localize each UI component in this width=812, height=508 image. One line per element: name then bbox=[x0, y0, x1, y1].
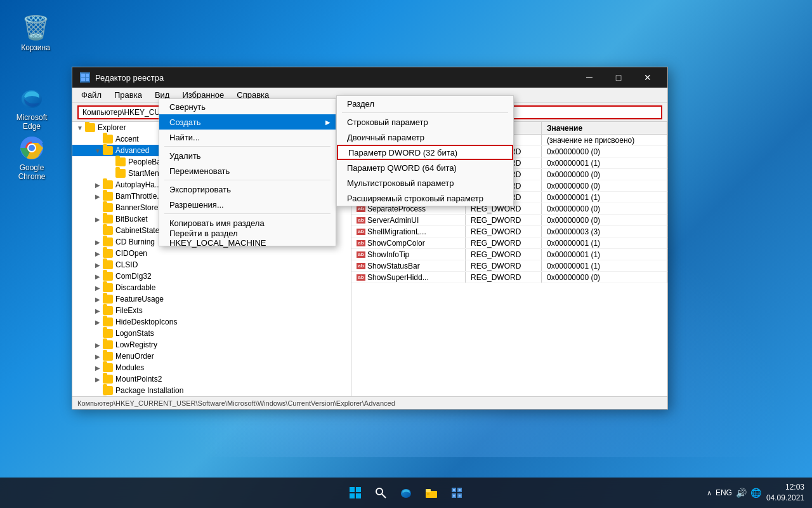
folder-icon bbox=[85, 123, 95, 132]
status-bar: Компьютер\HKEY_CURRENT_USER\Software\Mic… bbox=[72, 396, 667, 409]
ctx-permissions[interactable]: Разрешения... bbox=[159, 197, 336, 212]
svg-point-9 bbox=[376, 488, 383, 495]
menu-file[interactable]: Файл bbox=[75, 89, 108, 101]
value-row-showsuperhidden[interactable]: ab ShowSuperHidd... REG_DWORD 0x00000000… bbox=[351, 272, 667, 283]
folder-icon bbox=[103, 352, 113, 361]
folder-icon bbox=[103, 180, 113, 189]
desktop: 🗑️ Корзина Microsoft Edge bbox=[0, 0, 812, 508]
sub-ctx-section[interactable]: Раздел bbox=[337, 96, 513, 111]
svg-rect-13 bbox=[426, 489, 431, 492]
folder-icon bbox=[115, 157, 126, 166]
dword-icon: ab bbox=[357, 274, 365, 281]
maximize-button[interactable]: □ bbox=[604, 67, 633, 88]
dword-icon: ab bbox=[357, 217, 365, 224]
dword-icon: ab bbox=[357, 251, 365, 258]
expand-icon: ▼ bbox=[75, 123, 85, 133]
tree-item-lowregistry[interactable]: ▶ LowRegistry bbox=[72, 339, 351, 351]
svg-rect-19 bbox=[453, 489, 455, 491]
svg-line-10 bbox=[382, 494, 386, 498]
chrome-label: Google Chrome bbox=[11, 163, 52, 182]
ctx-collapse[interactable]: Свернуть bbox=[159, 99, 336, 114]
clock-date: 04.09.2021 bbox=[766, 493, 804, 504]
ctx-create[interactable]: Создать ▶ bbox=[159, 114, 336, 130]
tree-item-cidopen[interactable]: ▶ CIDOpen bbox=[72, 248, 351, 259]
value-row-showstatusbar[interactable]: ab ShowStatusBar REG_DWORD 0x00000001 (1… bbox=[351, 260, 667, 272]
dword-icon: ab bbox=[357, 240, 365, 246]
folder-icon bbox=[103, 226, 113, 235]
ctx-goto-hklm[interactable]: Перейти в раздел HKEY_LOCAL_MACHINE bbox=[159, 231, 336, 246]
recycle-bin-label: Корзина bbox=[21, 43, 50, 52]
desktop-icon-chrome[interactable]: Google Chrome bbox=[9, 133, 55, 184]
value-row-serveradmin[interactable]: ab ServerAdminUI REG_DWORD 0x00000000 (0… bbox=[351, 215, 667, 226]
svg-point-4 bbox=[29, 145, 35, 151]
sub-ctx-multistring[interactable]: Мультистроковый параметр bbox=[337, 175, 513, 190]
tree-item-fileexts[interactable]: ▶ FileExts bbox=[72, 305, 351, 316]
tree-item-featureusage[interactable]: ▶ FeatureUsage bbox=[72, 293, 351, 305]
value-row-shellmigration[interactable]: ab ShellMigrationL... REG_DWORD 0x000000… bbox=[351, 226, 667, 237]
folder-icon bbox=[103, 340, 113, 349]
tree-item-logonstats[interactable]: LogonStats bbox=[72, 328, 351, 339]
ctx-find[interactable]: Найти... bbox=[159, 130, 336, 145]
folder-icon bbox=[103, 272, 113, 281]
tree-item-comdlg32[interactable]: ▶ ComDlg32 bbox=[72, 271, 351, 282]
submenu-arrow-icon: ▶ bbox=[325, 119, 331, 126]
sub-ctx-string[interactable]: Строковый параметр bbox=[337, 114, 513, 130]
folder-icon bbox=[103, 260, 113, 269]
svg-rect-5 bbox=[350, 487, 355, 492]
ctx-rename[interactable]: Переименовать bbox=[159, 163, 336, 178]
folder-icon bbox=[103, 203, 113, 212]
svg-rect-8 bbox=[356, 493, 361, 498]
title-bar-controls: ─ □ ✕ bbox=[575, 67, 662, 88]
clock-time: 12:03 bbox=[766, 482, 804, 493]
close-button[interactable]: ✕ bbox=[633, 67, 662, 88]
folder-icon bbox=[103, 215, 113, 224]
svg-rect-20 bbox=[459, 489, 461, 491]
folder-icon bbox=[103, 363, 113, 372]
tree-item-modules[interactable]: ▶ Modules bbox=[72, 362, 351, 373]
taskbar-right: ∧ ENG 🔊 🌐 12:03 04.09.2021 bbox=[707, 482, 804, 504]
taskbar-edge[interactable] bbox=[395, 481, 417, 504]
desktop-icon-edge[interactable]: Microsoft Edge bbox=[9, 83, 55, 134]
title-bar-text: Редактор реестра bbox=[95, 73, 164, 83]
value-row-showinfotip[interactable]: ab ShowInfoTip REG_DWORD 0x00000001 (1) bbox=[351, 249, 667, 260]
speaker-icon[interactable]: 🔊 bbox=[736, 488, 747, 498]
folder-icon bbox=[115, 169, 126, 178]
folder-icon bbox=[103, 249, 113, 258]
folder-icon bbox=[103, 135, 113, 144]
tree-item-hidedesktopicons[interactable]: ▶ HideDesktopIcons bbox=[72, 316, 351, 328]
folder-icon bbox=[103, 306, 113, 315]
tray-chevron[interactable]: ∧ bbox=[707, 489, 712, 497]
tray-lang: ENG bbox=[716, 488, 732, 497]
ctx-separator-2 bbox=[164, 180, 331, 180]
ctx-export[interactable]: Экспортировать bbox=[159, 182, 336, 197]
title-bar-left: Редактор реестра bbox=[80, 72, 164, 83]
svg-rect-14 bbox=[427, 493, 429, 495]
tree-item-menuorder[interactable]: ▶ MenuOrder bbox=[72, 351, 351, 362]
desktop-icon-recycle-bin[interactable]: 🗑️ Корзина bbox=[13, 13, 58, 55]
ctx-separator-1 bbox=[164, 146, 331, 147]
taskbar-center bbox=[344, 481, 468, 504]
tree-item-packageinstall[interactable]: Package Installation bbox=[72, 385, 351, 396]
sub-ctx-binary[interactable]: Двоичный параметр bbox=[337, 130, 513, 145]
search-button[interactable] bbox=[369, 481, 392, 504]
minimize-button[interactable]: ─ bbox=[575, 67, 604, 88]
sub-ctx-dword32[interactable]: Параметр DWORD (32 бита) bbox=[337, 145, 513, 160]
svg-rect-22 bbox=[459, 495, 461, 497]
tree-item-discardable[interactable]: ▶ Discardable bbox=[72, 282, 351, 293]
menu-edit[interactable]: Правка bbox=[108, 89, 148, 101]
tree-item-mountpoints2[interactable]: ▶ MountPoints2 bbox=[72, 373, 351, 385]
start-button[interactable] bbox=[344, 481, 367, 504]
sub-ctx-expandstring[interactable]: Расширяемый строковый параметр bbox=[337, 190, 513, 206]
network-icon[interactable]: 🌐 bbox=[750, 488, 761, 498]
tree-item-clsid[interactable]: ▶ CLSID bbox=[72, 259, 351, 271]
sub-ctx-qword64[interactable]: Параметр QWORD (64 бита) bbox=[337, 160, 513, 175]
status-text: Компьютер\HKEY_CURRENT_USER\Software\Mic… bbox=[77, 399, 395, 407]
value-row-showcompcolor[interactable]: ab ShowCompColor REG_DWORD 0x00000001 (1… bbox=[351, 237, 667, 249]
taskbar-explorer[interactable] bbox=[420, 481, 443, 504]
clock[interactable]: 12:03 04.09.2021 bbox=[766, 482, 804, 504]
taskbar-regedit[interactable] bbox=[445, 481, 468, 504]
ctx-delete[interactable]: Удалить bbox=[159, 148, 336, 163]
taskbar: ∧ ENG 🔊 🌐 12:03 04.09.2021 bbox=[0, 478, 812, 508]
svg-rect-21 bbox=[453, 495, 455, 497]
title-bar: Редактор реестра ─ □ ✕ bbox=[72, 67, 667, 88]
